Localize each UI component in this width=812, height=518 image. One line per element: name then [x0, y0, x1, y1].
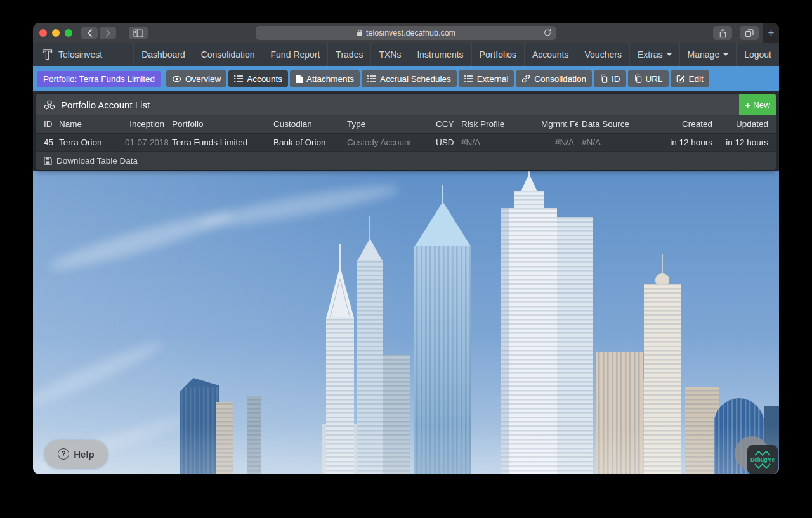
- tab-copy-url[interactable]: URL: [628, 70, 669, 87]
- copy-icon: [599, 74, 608, 83]
- page-content: Portfolio Account List + New ID Name Inc: [33, 91, 779, 474]
- chevron-left-icon: [87, 29, 93, 37]
- col-data-source: Data Source: [578, 115, 659, 133]
- col-inception: Inception: [121, 115, 168, 133]
- edit-icon: [676, 74, 685, 83]
- nav-item-logout[interactable]: Logout: [736, 43, 779, 66]
- tab-label: Accrual Schedules: [380, 74, 451, 84]
- nav-items: Dashboard Consolidation Fund Report Trad…: [133, 43, 779, 66]
- col-custodian: Custodian: [270, 115, 343, 133]
- file-icon: [296, 75, 303, 83]
- brand[interactable]: Telosinvest: [33, 43, 111, 66]
- browser-titlebar: telosinvest.decafhub.com +: [33, 23, 779, 43]
- cell-mgmnt-fee: #N/A: [537, 133, 578, 151]
- cell-created: in 12 hours: [659, 133, 716, 151]
- tab-label: Accounts: [247, 74, 282, 84]
- cubes-icon: [44, 100, 55, 110]
- browser-window: telosinvest.decafhub.com + Telosinvest D…: [33, 23, 779, 474]
- tab-accounts[interactable]: Accounts: [228, 70, 288, 87]
- share-icon: [719, 29, 727, 38]
- cell-data-source: #N/A: [578, 133, 659, 151]
- tab-consolidation[interactable]: Consolidation: [516, 70, 592, 87]
- portfolio-subnav: Portfolio: Terra Funds Limited Overview …: [33, 66, 779, 91]
- nav-item-consolidation[interactable]: Consolidation: [193, 43, 263, 66]
- link-icon: [521, 74, 530, 83]
- tab-label: URL: [646, 74, 663, 84]
- nav-item-trades[interactable]: Trades: [327, 43, 370, 66]
- col-updated: Updated: [716, 115, 776, 133]
- plus-icon: +: [768, 27, 775, 39]
- tab-external[interactable]: External: [459, 70, 514, 87]
- col-ccy: CCY: [432, 115, 457, 133]
- nav-item-fund-report[interactable]: Fund Report: [263, 43, 328, 66]
- tab-label: Consolidation: [534, 74, 586, 84]
- download-table-data-link[interactable]: Download Table Data: [36, 151, 776, 170]
- nav-item-dashboard[interactable]: Dashboard: [133, 43, 193, 66]
- copy-icon: [634, 74, 642, 83]
- share-button[interactable]: [713, 26, 732, 40]
- cell-updated: in 12 hours: [716, 133, 776, 151]
- cell-inception: 01-07-2018: [121, 133, 168, 151]
- table-header-row: ID Name Inception Portfolio Custodian Ty…: [36, 115, 776, 133]
- tab-overview-button[interactable]: [740, 26, 759, 40]
- cell-risk-profile: #N/A: [457, 133, 537, 151]
- zigzag-logo-icon: [754, 451, 771, 456]
- tab-label: Edit: [689, 74, 704, 84]
- zigzag-logo-icon: [754, 463, 771, 469]
- debugme-badge[interactable]: DebugMe: [747, 445, 778, 474]
- tab-attachments[interactable]: Attachments: [290, 70, 360, 87]
- sidebar-toggle-button[interactable]: [129, 27, 148, 39]
- col-name: Name: [55, 115, 121, 133]
- nav-item-vouchers[interactable]: Vouchers: [577, 43, 629, 66]
- list-icon: [234, 75, 243, 82]
- traffic-lights: [39, 29, 72, 37]
- nav-item-accounts[interactable]: Accounts: [524, 43, 577, 66]
- close-window-button[interactable]: [39, 29, 47, 37]
- tab-label: Attachments: [306, 74, 354, 84]
- sidebar-icon: [133, 29, 143, 37]
- tab-label: ID: [612, 74, 620, 84]
- forward-button[interactable]: [100, 27, 116, 39]
- list-icon: [464, 75, 473, 82]
- nav-item-portfolios[interactable]: Portfolios: [471, 43, 524, 66]
- telos-t-logo-icon: [42, 49, 53, 61]
- cell-id: 45: [36, 133, 55, 151]
- help-button[interactable]: ? Help: [44, 440, 108, 468]
- new-tab-button[interactable]: +: [763, 23, 779, 43]
- address-bar[interactable]: telosinvest.decafhub.com: [256, 26, 556, 40]
- url-text: telosinvest.decafhub.com: [366, 29, 455, 37]
- help-label: Help: [74, 449, 95, 460]
- col-portfolio: Portfolio: [168, 115, 270, 133]
- eye-icon: [172, 75, 181, 83]
- tab-accrual-schedules[interactable]: Accrual Schedules: [362, 70, 457, 87]
- tab-label: External: [477, 74, 509, 84]
- save-icon: [44, 157, 52, 165]
- chevron-right-icon: [105, 29, 111, 37]
- reload-icon: [543, 28, 552, 37]
- back-button[interactable]: [81, 27, 98, 39]
- nav-item-instruments[interactable]: Instruments: [409, 43, 471, 66]
- chevron-down-icon: [667, 53, 672, 56]
- tab-copy-id[interactable]: ID: [594, 70, 626, 87]
- cell-name: Terra Orion: [55, 133, 121, 151]
- col-created: Created: [659, 115, 716, 133]
- cell-custodian: Bank of Orion: [270, 133, 343, 151]
- table-row[interactable]: 45 Terra Orion 01-07-2018 Terra Funds Li…: [36, 133, 776, 151]
- nav-item-txns[interactable]: TXNs: [370, 43, 409, 66]
- portfolio-account-list-panel: Portfolio Account List + New ID Name Inc: [36, 94, 776, 170]
- minimize-window-button[interactable]: [52, 29, 60, 37]
- portfolio-badge: Portfolio: Terra Funds Limited: [37, 71, 161, 87]
- cell-ccy: USD: [432, 133, 457, 151]
- city-skyline-image: [33, 171, 779, 474]
- new-account-button[interactable]: + New: [739, 94, 776, 115]
- zoom-window-button[interactable]: [65, 29, 72, 37]
- nav-item-extras[interactable]: Extras: [629, 43, 679, 66]
- nav-item-manage[interactable]: Manage: [679, 43, 737, 66]
- panel-header: Portfolio Account List + New: [36, 94, 776, 115]
- panel-title: Portfolio Account List: [61, 100, 150, 110]
- col-risk-profile: Risk Profile: [457, 115, 537, 133]
- tab-edit[interactable]: Edit: [671, 70, 709, 87]
- tab-overview[interactable]: Overview: [166, 70, 226, 87]
- col-type: Type: [343, 115, 432, 133]
- reload-button[interactable]: [543, 28, 552, 37]
